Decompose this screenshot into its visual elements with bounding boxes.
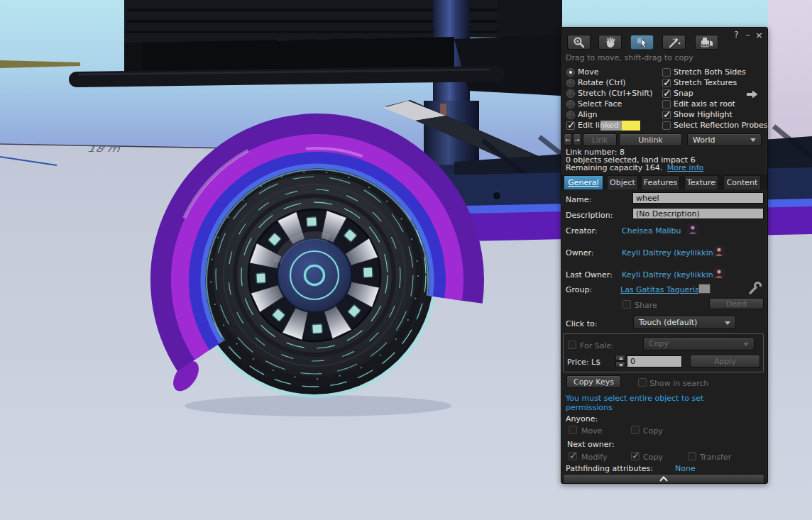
- checkbox-next-owner-transfer[interactable]: [688, 452, 696, 460]
- price-input[interactable]: [627, 355, 682, 367]
- checkbox-snap[interactable]: [662, 89, 671, 98]
- checkbox-next-owner-copy[interactable]: [631, 452, 640, 460]
- tool-grab-button[interactable]: [598, 35, 622, 50]
- scroll-up-bar[interactable]: [563, 474, 764, 484]
- ground-distance-label: 18 m: [85, 144, 124, 154]
- apply-button[interactable]: Apply: [690, 355, 760, 367]
- tab-object[interactable]: Object: [607, 175, 638, 189]
- checkbox-anyone-move-label: Move: [581, 426, 603, 436]
- checkbox-select-reflection-probes[interactable]: [662, 121, 671, 130]
- price-label: Price: L$: [567, 358, 600, 367]
- checkbox-stretch-textures-label: Stretch Textures: [674, 78, 737, 87]
- sale-type-dropdown[interactable]: Copy: [643, 337, 755, 350]
- checkbox-next-owner-modify[interactable]: [569, 452, 577, 460]
- radio-stretch-label: Stretch (Ctrl+Shift): [578, 89, 653, 98]
- reference-frame-value: World: [693, 135, 715, 145]
- tab-texture[interactable]: Texture: [684, 175, 718, 189]
- reference-frame-dropdown[interactable]: World: [687, 133, 762, 146]
- next-owner-label: Next owner:: [567, 440, 615, 449]
- creator-link[interactable]: Chelsea Malibu: [622, 226, 681, 236]
- last-owner-link[interactable]: Keyli Daltrey (keyliikkin): [622, 270, 716, 280]
- magnifier-icon: [572, 36, 586, 49]
- checkbox-edit-linked[interactable]: [566, 121, 575, 130]
- anyone-label: Anyone:: [566, 414, 598, 424]
- unlink-button[interactable]: Unlink: [619, 133, 682, 146]
- chevron-down-icon: [725, 321, 730, 325]
- group-insignia[interactable]: [698, 284, 710, 294]
- radio-move[interactable]: [566, 68, 575, 77]
- checkbox-show-highlight[interactable]: [662, 111, 671, 119]
- owner-avatar[interactable]: [713, 246, 725, 257]
- radio-select-face[interactable]: [566, 100, 575, 109]
- checkbox-show-in-search-label: Show in search: [649, 379, 708, 388]
- price-stepper[interactable]: [615, 355, 625, 368]
- description-label: Description:: [566, 211, 613, 220]
- checkbox-edit-axis-at-root[interactable]: [662, 100, 671, 109]
- tab-strip: General Object Features Texture Content: [561, 175, 767, 189]
- checkbox-share-label: Share: [635, 301, 657, 310]
- close-button[interactable]: ×: [755, 30, 764, 40]
- checkbox-stretch-both-sides[interactable]: [662, 68, 671, 77]
- wrench-icon[interactable]: [747, 280, 763, 296]
- build-tools-floater: ? – ×: [561, 27, 768, 484]
- tab-general[interactable]: General: [564, 175, 603, 189]
- name-input[interactable]: [632, 192, 764, 204]
- checkbox-anyone-move[interactable]: [569, 426, 577, 434]
- checkbox-stretch-textures[interactable]: [662, 79, 671, 87]
- chevron-up-icon: [659, 476, 669, 482]
- radio-rotate[interactable]: [566, 79, 575, 87]
- checkbox-show-in-search[interactable]: [638, 378, 647, 387]
- checkbox-show-highlight-label: Show Highlight: [674, 110, 733, 119]
- pathfinding-value: None: [675, 464, 696, 473]
- click-to-label: Click to:: [566, 319, 597, 328]
- tool-edit-button[interactable]: [630, 35, 654, 50]
- checkbox-share[interactable]: [622, 300, 631, 309]
- radio-select-face-label: Select Face: [578, 99, 622, 109]
- tab-general-label: General: [568, 178, 598, 187]
- bulldozer-icon: [699, 36, 715, 49]
- checkbox-for-sale-label: For Sale:: [580, 341, 614, 350]
- description-input[interactable]: [632, 208, 764, 219]
- hand-icon: [603, 36, 618, 49]
- help-button[interactable]: ?: [732, 30, 741, 40]
- owner-link[interactable]: Keyli Daltrey (keyliikkin): [622, 248, 716, 258]
- checkbox-anyone-copy[interactable]: [631, 426, 640, 434]
- pathfinding-label: Pathfinding attributes:: [566, 464, 653, 473]
- tab-object-label: Object: [610, 178, 635, 187]
- tab-content[interactable]: Content: [723, 175, 761, 189]
- group-link[interactable]: Las Gatitas Taqueria: [620, 285, 700, 294]
- link-button[interactable]: Link: [583, 133, 617, 146]
- radio-align-label: Align: [578, 110, 598, 119]
- tab-features-label: Features: [644, 178, 677, 187]
- click-action-dropdown[interactable]: Touch (default): [633, 316, 736, 329]
- tool-create-button[interactable]: [662, 35, 686, 50]
- tab-features[interactable]: Features: [641, 175, 680, 189]
- creator-avatar[interactable]: [687, 224, 698, 235]
- second-life-viewer: 18 m: [0, 0, 812, 520]
- group-label: Group:: [566, 285, 592, 294]
- checkbox-edit-linked-label: Edit linked: [578, 121, 619, 130]
- stepper-down-icon[interactable]: [615, 361, 625, 367]
- copy-keys-button[interactable]: Copy Keys: [566, 375, 621, 388]
- last-owner-avatar[interactable]: [713, 268, 725, 279]
- remaining-capacity-value: Remaining capacity 164.: [566, 163, 662, 172]
- tool-land-button[interactable]: [695, 35, 718, 50]
- radio-align[interactable]: [566, 111, 575, 119]
- radio-move-label: Move: [578, 67, 599, 77]
- checkbox-for-sale[interactable]: [568, 341, 576, 349]
- permissions-notice-line2: permissions: [566, 403, 613, 412]
- stepper-up-icon[interactable]: [615, 355, 625, 361]
- deed-button[interactable]: Deed: [709, 298, 764, 309]
- checkbox-next-owner-modify-label: Modify: [581, 453, 607, 462]
- more-info-link[interactable]: More info: [667, 163, 703, 172]
- tool-focus-button[interactable]: [567, 35, 591, 50]
- next-link-part-button[interactable]: →: [573, 133, 581, 145]
- minimize-button[interactable]: –: [743, 30, 752, 40]
- click-action-value: Touch (default): [639, 318, 697, 327]
- checkbox-next-owner-copy-label: Copy: [643, 453, 663, 462]
- magic-wand-icon: [667, 36, 681, 49]
- prev-link-part-button[interactable]: ←: [564, 133, 572, 145]
- chevron-down-icon: [743, 343, 749, 346]
- snap-options-arrow-icon[interactable]: [747, 90, 758, 99]
- radio-stretch[interactable]: [566, 89, 575, 98]
